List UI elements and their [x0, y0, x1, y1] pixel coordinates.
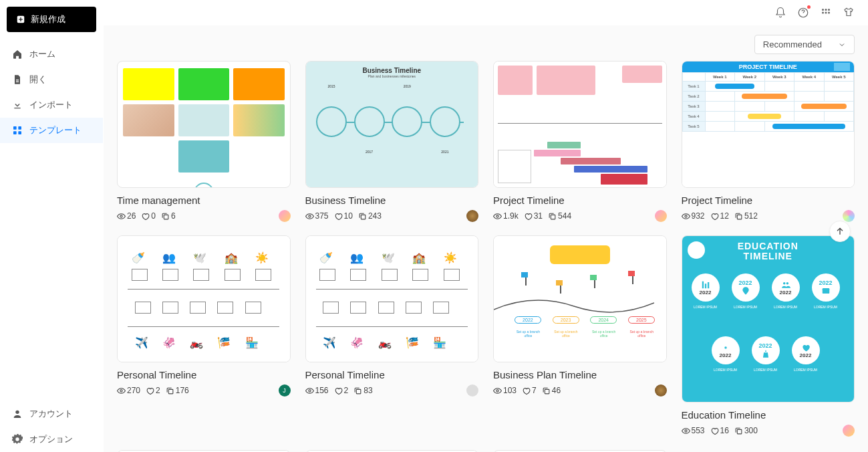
- template-title: Project Timeline: [493, 195, 667, 206]
- sidebar-item-account[interactable]: アカウント: [0, 401, 103, 427]
- template-card: Project Timeline 1.9k 31 544: [493, 61, 667, 222]
- svg-rect-3: [13, 126, 17, 130]
- author-avatar[interactable]: J: [279, 384, 291, 397]
- template-card: EDUCATIONTIMELINE 2022 2022 2022 2022 LO…: [682, 235, 855, 437]
- template-title: Project Timeline: [682, 195, 855, 206]
- sidebar-item-import[interactable]: インポート: [0, 92, 103, 118]
- svg-point-21: [684, 215, 686, 217]
- svg-rect-4: [18, 126, 21, 130]
- author-avatar[interactable]: [655, 210, 667, 222]
- heart-icon: [146, 386, 154, 395]
- eye-icon: [682, 212, 690, 221]
- sidebar-item-label: ホーム: [29, 48, 55, 60]
- template-grid: Time management 26 0 6 Business Timeline…: [117, 61, 855, 452]
- sidebar-item-options[interactable]: オプション: [0, 427, 103, 452]
- copy-icon: [542, 386, 551, 395]
- template-thumb[interactable]: Business Timeline Plan and businesses mi…: [305, 61, 479, 188]
- svg-point-35: [496, 389, 498, 391]
- template-thumb[interactable]: 🍼 👥 🕊️ 🏫 ☀️ ✈️ 🦑 🏍️ 🎏 🏪: [305, 235, 479, 362]
- svg-point-23: [120, 389, 122, 391]
- plus-icon: [16, 15, 25, 24]
- help-icon[interactable]: [797, 7, 809, 19]
- eye-icon: [682, 427, 690, 435]
- svg-point-38: [786, 281, 788, 284]
- template-stats: 156 2 83: [305, 386, 373, 395]
- author-avatar[interactable]: [466, 384, 478, 397]
- chevron-down-icon: [838, 41, 846, 49]
- template-title: Business Timeline: [305, 195, 479, 206]
- copy-icon: [161, 212, 170, 221]
- svg-point-10: [825, 9, 827, 11]
- sidebar-item-label: オプション: [29, 433, 73, 445]
- template-card: 🍼 👥 🕊️ 🏫 ☀️ ✈️ 🦑 🏍️ 🎏 🏪 Person: [305, 235, 479, 437]
- apps-icon[interactable]: [820, 7, 832, 19]
- author-avatar[interactable]: [655, 384, 667, 397]
- svg-rect-32: [590, 275, 597, 280]
- template-thumb[interactable]: PROJECT TIMELINE Week 1Week 2Week 3Week …: [682, 61, 855, 188]
- template-thumb[interactable]: [493, 61, 667, 188]
- heart-icon: [334, 386, 343, 395]
- svg-point-17: [308, 215, 310, 217]
- template-title: Personal Timeline: [305, 369, 479, 380]
- sort-select-label: Recommended: [763, 39, 822, 49]
- template-title: Education Timeline: [682, 409, 855, 421]
- heart-icon: [522, 386, 531, 395]
- copy-icon: [548, 212, 557, 221]
- heart-icon: [141, 212, 150, 221]
- svg-rect-26: [357, 389, 361, 394]
- svg-point-37: [782, 281, 785, 284]
- template-stats: 270 2 176: [117, 386, 189, 395]
- template-thumb[interactable]: EDUCATIONTIMELINE 2022 2022 2022 2022 LO…: [682, 235, 855, 403]
- svg-rect-36: [545, 389, 549, 394]
- sidebar: 新規作成 ホーム 開く インポート テンプレート アカウント オプション: [0, 0, 104, 452]
- heart-icon: [524, 212, 533, 221]
- svg-rect-39: [822, 288, 829, 294]
- gear-icon: [12, 434, 23, 445]
- bell-icon[interactable]: [774, 7, 786, 19]
- content: Recommended Time management: [104, 25, 868, 452]
- svg-rect-1: [16, 80, 19, 80]
- eye-icon: [305, 212, 314, 221]
- sidebar-item-home[interactable]: ホーム: [0, 41, 103, 67]
- copy-icon: [353, 386, 362, 395]
- shirt-icon[interactable]: [843, 7, 855, 19]
- author-avatar[interactable]: [279, 210, 291, 222]
- copy-icon: [734, 427, 743, 435]
- sidebar-item-templates[interactable]: テンプレート: [0, 118, 103, 143]
- svg-rect-24: [168, 389, 173, 394]
- template-thumb[interactable]: 🍼 👥 🕊️ 🏫 ☀️ ✈️ 🦑 🏍️ 🎏 🏪: [117, 235, 291, 362]
- sidebar-item-open[interactable]: 開く: [0, 67, 103, 92]
- svg-point-14: [828, 12, 830, 14]
- svg-point-9: [822, 9, 824, 11]
- svg-point-40: [724, 346, 727, 349]
- new-button[interactable]: 新規作成: [7, 7, 96, 32]
- template-card: Business Timeline Plan and businesses mi…: [305, 61, 479, 222]
- template-icon: [12, 125, 23, 136]
- template-stats: 932 12 512: [682, 211, 758, 221]
- sidebar-item-label: テンプレート: [29, 124, 82, 136]
- svg-point-19: [496, 215, 498, 217]
- author-avatar[interactable]: [466, 210, 478, 222]
- author-avatar[interactable]: [843, 210, 855, 222]
- scroll-top-button[interactable]: [829, 221, 851, 242]
- svg-rect-5: [13, 131, 17, 134]
- sort-select[interactable]: Recommended: [754, 35, 855, 54]
- svg-rect-28: [521, 272, 528, 277]
- copy-icon: [166, 386, 174, 395]
- svg-rect-42: [737, 429, 742, 434]
- template-card: PROJECT TIMELINE Week 1Week 2Week 3Week …: [682, 61, 855, 222]
- svg-point-12: [822, 12, 824, 14]
- svg-rect-34: [628, 271, 635, 276]
- main: Recommended Time management: [104, 0, 868, 452]
- eye-icon: [493, 212, 502, 221]
- svg-rect-6: [18, 131, 21, 134]
- template-stats: 103 7 46: [493, 386, 561, 395]
- template-thumb[interactable]: [117, 61, 291, 188]
- svg-point-15: [120, 215, 122, 217]
- author-avatar[interactable]: [843, 425, 855, 437]
- template-thumb[interactable]: 2022 2023 2024 2025 Set up a branch offi…: [493, 235, 667, 362]
- template-title: Business Plan Timeline: [493, 369, 667, 380]
- template-title: Time management: [117, 195, 291, 206]
- svg-rect-30: [556, 280, 563, 286]
- import-icon: [12, 100, 23, 110]
